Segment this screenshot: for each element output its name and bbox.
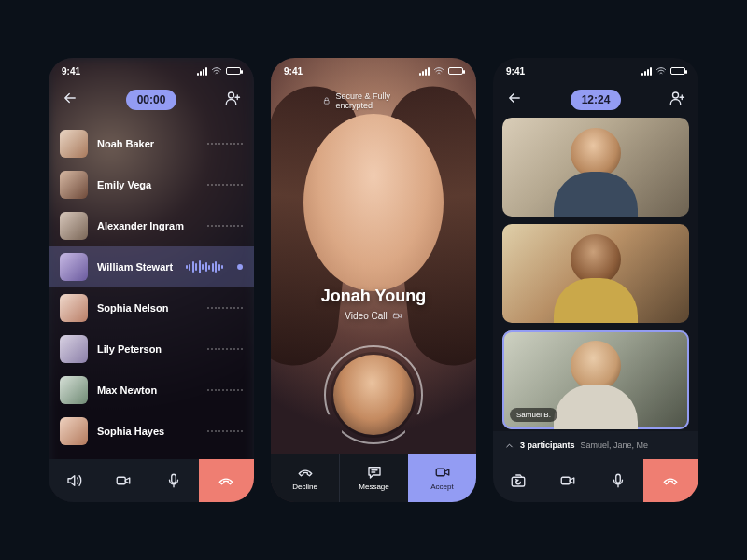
avatar [60,417,88,445]
video-toggle-button[interactable] [99,459,149,502]
hangup-button[interactable] [643,459,698,502]
idle-indicator [207,143,243,145]
message-label: Message [359,483,388,491]
participant-row[interactable]: Sophia Nelson [49,287,254,329]
svg-rect-9 [616,474,621,483]
battery-icon [226,67,241,75]
svg-rect-1 [118,477,126,484]
hangup-button[interactable] [199,459,254,502]
call-type-label: Video Call [345,311,402,321]
avatar [60,294,88,322]
participants-names: Samuel, Jane, Me [581,441,649,450]
participant-name: Emily Vega [97,179,198,190]
avatar [60,171,88,199]
video-icon [392,311,402,321]
call-timer-badge: 00:00 [126,90,177,110]
self-preview[interactable] [333,355,414,435]
idle-indicator [207,307,243,309]
participant-name: William Stewart [97,261,176,273]
svg-point-0 [228,92,233,98]
video-icon [434,464,451,481]
add-participant-button[interactable] [224,90,241,110]
encryption-notice: Secure & Fully encrypted [322,91,425,110]
idle-indicator [207,348,243,350]
decline-button[interactable]: Decline [271,454,340,502]
participant-name: Alexander Ingram [97,220,198,231]
speaker-button[interactable] [49,459,99,502]
video-toggle-button[interactable] [543,459,594,502]
participant-row[interactable]: Emily Vega [49,164,254,205]
speaker-name-chip: Samuel B. [510,408,557,422]
status-bar: 9:41 [49,58,254,84]
participant-name: Noah Baker [97,138,198,149]
status-time: 9:41 [62,66,80,77]
avatar [60,335,88,363]
signal-icon [641,67,652,76]
signal-icon [197,67,207,76]
participant-row[interactable]: Sophia Hayes [49,411,254,452]
mute-button[interactable] [593,459,643,502]
message-icon [366,464,383,481]
accept-button[interactable]: Accept [408,454,476,502]
svg-rect-3 [324,101,329,105]
participant-row[interactable]: Alexander Ingram [49,205,254,246]
screen-group-video: 9:41 12:24 Samuel B. 3 participants Samu [493,58,698,502]
hangup-icon [297,464,314,481]
caller-name: Jonah Young [271,287,476,306]
svg-rect-7 [512,477,525,486]
svg-point-6 [672,92,678,98]
participant-name: Max Newton [97,385,198,396]
waveform-icon [186,260,224,273]
participant-list: Noah BakerEmily VegaAlexander IngramWill… [49,123,254,459]
call-controls-bar [49,459,254,502]
idle-indicator [207,430,243,432]
avatar [60,253,88,281]
status-time: 9:41 [506,66,525,77]
message-button[interactable]: Message [340,454,408,502]
participants-row[interactable]: 3 participants Samuel, Jane, Me [493,431,698,459]
video-tile[interactable] [502,224,689,323]
wifi-icon [655,65,667,77]
incoming-call-actions: Decline Message Accept [271,454,476,502]
decline-label: Decline [292,483,317,491]
idle-indicator [207,184,243,186]
add-participant-button[interactable] [669,90,685,110]
battery-icon [448,67,463,75]
battery-icon [670,67,685,75]
flip-camera-button[interactable] [493,459,543,502]
participants-count: 3 participants [520,441,575,450]
participant-name: Lily Peterson [97,343,198,355]
call-controls-bar [493,459,698,502]
back-button[interactable] [62,90,78,110]
participant-row[interactable]: William Stewart [49,246,254,287]
avatar [60,376,88,404]
call-timer-badge: 12:24 [571,90,622,110]
status-bar: 9:41 [493,58,698,84]
avatar [60,130,88,158]
screen-incoming-call: 9:41 Secure & Fully encrypted Jonah Youn… [271,58,476,502]
idle-indicator [207,225,243,227]
video-tile[interactable] [502,118,689,217]
svg-rect-5 [436,469,444,476]
wifi-icon [211,65,222,77]
avatar [60,212,88,240]
chevron-up-icon [504,441,514,451]
idle-indicator [207,389,243,391]
back-button[interactable] [506,90,523,110]
video-tiles: Samuel B. [502,118,689,429]
svg-rect-2 [172,474,176,483]
recording-dot-icon [237,264,243,270]
participant-row[interactable]: Noah Baker [49,123,254,164]
encryption-label: Secure & Fully encrypted [336,91,426,110]
video-tile-active[interactable]: Samuel B. [502,330,689,429]
screen-audio-conference: 9:41 00:00 Noah BakerEmily VegaAlexander… [49,58,254,502]
participant-name: Sophia Nelson [97,302,198,314]
progress-ring-icon [324,345,423,444]
participant-row[interactable]: Lily Peterson [49,329,254,370]
status-bar: 9:41 [271,58,476,84]
signal-icon [419,67,430,76]
wifi-icon [433,65,444,77]
participant-row[interactable]: Max Newton [49,370,254,411]
svg-rect-4 [393,314,399,318]
mute-button[interactable] [148,459,199,502]
